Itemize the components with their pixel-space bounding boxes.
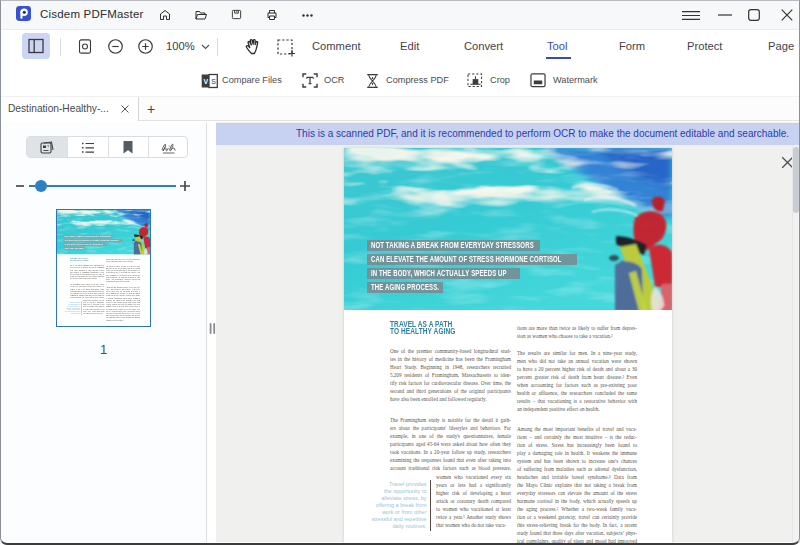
svg-text:S: S <box>211 78 216 85</box>
svg-text:V: V <box>204 78 209 85</box>
